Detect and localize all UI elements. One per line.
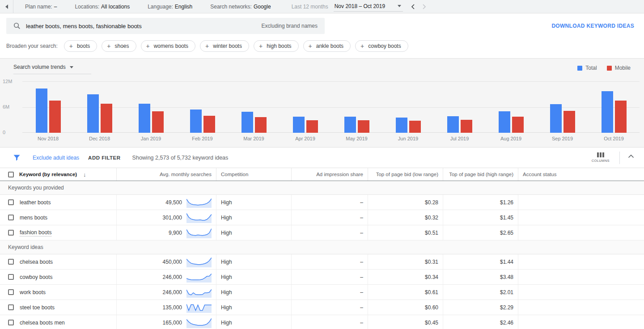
column-header[interactable]: Competition [216,168,291,181]
broaden-chip[interactable]: +ankle boots [303,40,351,52]
back-arrow-icon [5,4,8,9]
searches-value: 246,000 [163,289,182,295]
bar-mobile [615,101,627,133]
trend-sparkline [186,197,212,208]
topbar-field[interactable]: Language:English [148,4,192,10]
field-value: English [175,4,192,10]
legend-swatch [577,66,582,71]
row-checkbox[interactable] [8,320,14,325]
broaden-chip[interactable]: +winter boots [200,40,249,52]
keyword-text: work boots [20,289,46,295]
trend-sparkline [186,287,212,298]
field-value: All locations [101,4,130,10]
ad-impression-share-cell: – [291,210,368,225]
date-range-area: Last 12 months Nov 2018 – Oct 2019 [292,2,426,12]
select-all-checkbox[interactable] [8,172,14,177]
row-checkbox[interactable] [8,199,14,205]
collapse-chart-button[interactable] [628,154,634,161]
broaden-chip[interactable]: +boots [64,40,97,52]
legend-swatch [607,66,612,71]
account-status-cell [518,254,644,269]
bar-mobile [203,116,215,133]
legend-label: Total [585,65,597,71]
bar-total [293,117,305,133]
bar-total [550,104,562,133]
x-axis-label: Feb 2019 [177,136,228,141]
x-axis-label: Dec 2018 [74,136,125,141]
competition-cell: High [216,285,291,299]
x-axis-label: Jan 2019 [125,136,177,141]
next-period-button[interactable] [422,4,426,9]
avg-monthly-searches-cell: 301,000 [116,210,216,225]
chart-title: Search volume trends [13,64,66,70]
keyword-search-input[interactable]: leather boots, mens boots, fashionable b… [6,18,325,34]
columns-button[interactable]: COLUMNS [592,152,610,163]
column-header[interactable]: Top of page bid (low range) [368,168,443,181]
chip-label: womens boots [154,43,188,49]
row-checkbox[interactable] [8,215,14,220]
chart-x-labels: Nov 2018Dec 2018Jan 2019Feb 2019Mar 2019… [22,133,640,147]
competition-cell: High [216,254,291,269]
row-checkbox[interactable] [8,304,14,310]
account-status-cell [518,285,644,299]
broaden-chip[interactable]: +cowboy boots [355,40,408,52]
chart-type-dropdown[interactable]: Search volume trends [13,64,91,74]
add-filter-button[interactable]: ADD FILTER [88,155,121,160]
chart-bar-group [434,116,485,133]
top-of-page-bid-high-cell: $1.26 [443,195,518,210]
sort-descending-icon: ↓ [83,171,86,178]
bar-total [344,117,356,133]
y-axis-tick: 0 [3,130,18,135]
account-status-cell [518,270,644,284]
column-header[interactable]: Ad impression share [291,168,368,181]
row-checkbox[interactable] [8,259,14,265]
ad-impression-share-cell: – [291,270,368,284]
row-checkbox[interactable] [8,230,14,236]
date-range-dropdown[interactable]: Nov 2018 – Oct 2019 [334,2,403,12]
filter-funnel-icon[interactable] [13,155,20,161]
topbar-field[interactable]: Search networks:Google [210,4,271,10]
column-header[interactable]: Top of page bid (high range) [443,168,518,181]
x-axis-label: Oct 2019 [588,136,640,141]
keyword-row: chelsea boots450,000High–$0.31$1.44 [0,254,644,270]
keyword-text: chelsea boots men [20,320,65,326]
column-header[interactable]: Avg. monthly searches [116,168,216,181]
header-label: Account status [523,172,556,177]
date-preset-label: Last 12 months [292,4,328,10]
x-axis-label: Aug 2019 [485,136,537,141]
broaden-chip[interactable]: +womens boots [141,40,196,52]
search-volume-trends-chart: Search volume trends TotalMobile 12M 6M … [0,59,644,148]
download-keyword-ideas-link[interactable]: DOWNLOAD KEYWORD IDEAS [551,23,634,29]
ad-impression-share-cell: – [291,315,368,329]
column-header[interactable]: Keyword (by relevance)↓ [0,168,116,181]
keyword-text: fashion boots [20,229,51,236]
ad-impression-share-cell: – [291,225,368,240]
exclude-adult-ideas-link[interactable]: Exclude adult ideas [33,155,79,161]
keyword-text: steel toe boots [20,304,55,311]
row-checkbox[interactable] [8,289,14,295]
bar-mobile [461,120,472,133]
chevron-down-icon [70,66,73,68]
legend-item: Total [577,65,597,71]
legend-item: Mobile [607,65,631,71]
keyword-cell: cowboy boots [0,270,116,284]
date-pager [411,4,426,9]
topbar-field[interactable]: Plan name:– [25,4,57,10]
x-axis-label: Apr 2019 [280,136,331,141]
legend-label: Mobile [615,65,631,71]
competition-cell: High [216,300,291,315]
chart-bar-group [22,89,74,133]
broaden-chip[interactable]: +shoes [102,40,136,52]
row-checkbox[interactable] [8,274,14,280]
table-header-row: Keyword (by relevance)↓Avg. monthly sear… [0,168,644,181]
previous-period-button[interactable] [411,4,415,9]
broaden-chip[interactable]: +high boots [254,40,299,52]
bar-mobile [101,104,112,133]
column-header[interactable]: Account status [518,168,644,181]
filter-bar: Exclude adult ideas ADD FILTER Showing 2… [0,148,644,168]
collapse-panel-button[interactable] [0,0,13,13]
chart-bar-group [485,111,537,133]
chart-plot-area: 12M 6M 0 [22,81,640,133]
topbar-field[interactable]: Locations:All locations [75,4,130,10]
chart-bar-group [537,104,588,133]
